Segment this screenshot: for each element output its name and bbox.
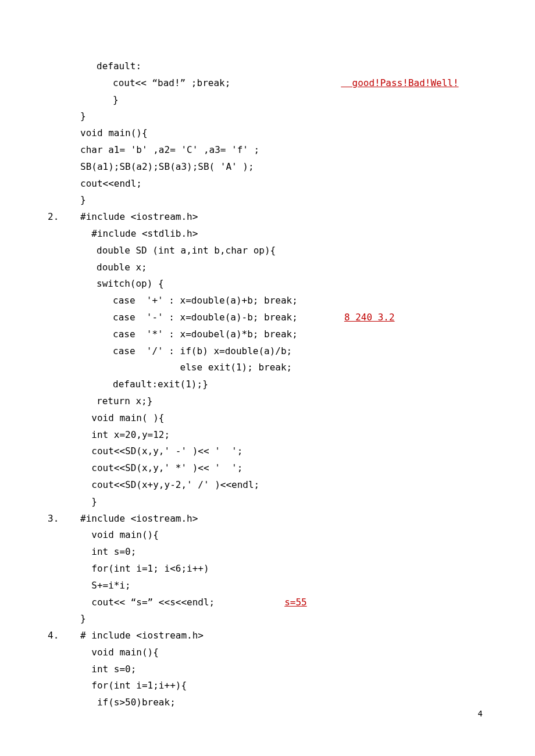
code-line: void main( ){ (64, 410, 483, 427)
code-line: int x=20,y=12; (64, 427, 483, 444)
code-text: void main( ){ (80, 412, 165, 423)
code-line: for(int i=1; i<6;i++) (64, 561, 483, 577)
list-number: 4. (48, 627, 59, 644)
code-text: for(int i=1; i<6;i++) (80, 563, 209, 574)
code-line: cout<< “bad!” ;break; good!Pass!Bad!Well… (64, 75, 483, 92)
code-line: case '*' : x=doubel(a)*b; break; (64, 326, 483, 343)
code-text: int s=0; (80, 664, 136, 675)
code-text: case '+' : x=double(a)+b; break; (113, 295, 298, 306)
code-line: double x; (64, 259, 483, 276)
code-text: S+=i*i; (80, 580, 131, 591)
code-line: } (64, 192, 483, 209)
code-line: cout<<SD(x,y,' *' )<< ' '; (64, 460, 483, 477)
code-text: case '-' : x=double(a)-b; break; (113, 312, 298, 323)
code-text: double SD (int a,int b,char op){ (97, 245, 276, 256)
code-text: void main(){ (80, 647, 159, 658)
code-line: int s=0; (64, 661, 483, 678)
code-text: cout<< “bad!” ;break; (113, 77, 230, 88)
code-text: void main(){ (80, 127, 148, 138)
code-text: else exit(1); break; (113, 362, 292, 373)
code-text: cout<<SD(x+y,y-2,' /' )<<endl; (80, 479, 259, 490)
code-text: default:exit(1);} (113, 379, 208, 390)
code-text: } (113, 94, 119, 105)
code-line: #include <stdlib.h> (64, 226, 483, 243)
code-text: cout<< “s=” <<s<<endl; (80, 597, 215, 608)
list-number: 3. (48, 511, 59, 527)
code-line: case '+' : x=double(a)+b; break; (64, 293, 483, 309)
code-line: } (64, 494, 483, 511)
code-text: default: (97, 60, 141, 72)
code-text: cout<<endl; (80, 178, 142, 189)
code-line: else exit(1); break; (64, 359, 483, 376)
code-line: cout<<SD(x,y,' -' )<< ' '; (64, 443, 483, 460)
document-content: default:cout<< “bad!” ;break; good!Pass!… (64, 58, 483, 711)
code-line: 2.#include <iostream.h> (64, 209, 483, 226)
code-text: } (80, 194, 86, 205)
code-line: } (64, 92, 483, 109)
answer-annotation: good!Pass!Bad!Well! (341, 77, 458, 88)
code-text: cout<<SD(x,y,' -' )<< ' '; (80, 445, 242, 457)
answer-annotation: 8 240 3.2 (344, 312, 395, 323)
code-line: cout<<endl; (64, 176, 483, 192)
code-line: } (64, 108, 483, 125)
code-line: cout<<SD(x+y,y-2,' /' )<<endl; (64, 477, 483, 494)
code-line: void main(){ (64, 644, 483, 661)
list-number: 2. (48, 209, 59, 226)
code-text: case '/' : if(b) x=double(a)/b; (113, 345, 292, 356)
code-text: } (80, 496, 97, 507)
code-line: int s=0; (64, 544, 483, 561)
code-line: S+=i*i; (64, 577, 483, 594)
code-text: #include <iostream.h> (80, 513, 198, 524)
code-line: SB(a1);SB(a2);SB(a3);SB( 'A' ); (64, 159, 483, 176)
code-line: } (64, 611, 483, 627)
code-line: if(s>50)break; (64, 694, 483, 711)
code-text: case '*' : x=doubel(a)*b; break; (113, 329, 298, 340)
code-text: } (80, 110, 86, 122)
answer-annotation: s=55 (284, 597, 307, 608)
code-line: void main(){ (64, 527, 483, 544)
code-line: default:exit(1);} (64, 376, 483, 393)
code-text: cout<<SD(x,y,' *' )<< ' '; (80, 462, 242, 473)
code-line: double SD (int a,int b,char op){ (64, 243, 483, 259)
code-line: return x;} (64, 393, 483, 410)
code-line: cout<< “s=” <<s<<endl;s=55 (64, 594, 483, 611)
page-number: 4 (478, 707, 483, 721)
code-text: switch(op) { (97, 278, 164, 289)
code-line: 3.#include <iostream.h> (64, 511, 483, 527)
code-line: switch(op) { (64, 276, 483, 293)
code-text: int s=0; (80, 546, 136, 557)
code-line: 4.# include <iostream.h> (64, 627, 483, 644)
code-text: SB(a1);SB(a2);SB(a3);SB( 'A' ); (80, 161, 254, 172)
code-text: # include <iostream.h> (80, 630, 204, 641)
code-text: #include <iostream.h> (80, 211, 198, 222)
code-text: void main(){ (80, 529, 159, 540)
code-line: void main(){ (64, 125, 483, 142)
code-text: double x; (97, 262, 147, 273)
code-text: int x=20,y=12; (80, 429, 170, 440)
code-line: case '-' : x=double(a)-b; break;8 240 3.… (64, 309, 483, 326)
code-text: } (80, 613, 86, 624)
code-text: char a1= 'b' ,a2= 'C' ,a3= 'f' ; (80, 144, 259, 155)
code-line: default: (64, 58, 483, 75)
code-text: return x;} (97, 395, 152, 406)
code-line: char a1= 'b' ,a2= 'C' ,a3= 'f' ; (64, 142, 483, 159)
code-text: if(s>50)break; (80, 697, 176, 708)
code-line: for(int i=1;i++){ (64, 677, 483, 694)
code-text: #include <stdlib.h> (80, 228, 198, 239)
code-text: for(int i=1;i++){ (80, 680, 187, 691)
code-line: case '/' : if(b) x=double(a)/b; (64, 343, 483, 360)
